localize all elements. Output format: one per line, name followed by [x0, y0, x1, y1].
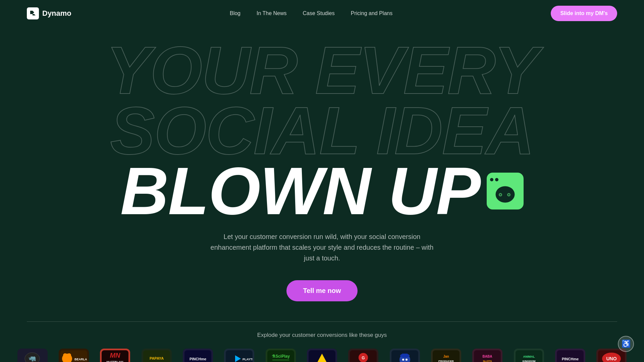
svg-rect-28 — [272, 360, 289, 360]
mascot-face — [493, 184, 517, 204]
logo-animal-kingdom: ANIMAL KINGDOM — [514, 349, 544, 362]
logos-section: Explode your customer conversions like t… — [0, 322, 644, 362]
navigation: Dynamo Blog In The News Case Studies Pri… — [0, 0, 644, 27]
mascot-dot-1 — [490, 178, 493, 181]
svg-text:MN: MN — [110, 352, 121, 359]
svg-text:KINGDOM: KINGDOM — [522, 360, 535, 362]
hero-line-3: BLOWN UP — [120, 161, 480, 221]
logo-papaya: PAPAYA GAMING — [142, 349, 172, 362]
hero-line-1: YOUR EVERY — [106, 40, 538, 101]
logo-mattel: MN MATTEL101 — [100, 349, 130, 362]
svg-text:PINCHme: PINCHme — [190, 357, 206, 361]
svg-point-40 — [402, 359, 404, 361]
logo-pinchme-2: PINCHme — [555, 349, 585, 362]
accessibility-icon: ♿ — [622, 340, 631, 348]
svg-point-3 — [500, 194, 501, 195]
svg-text:G: G — [362, 356, 365, 360]
nav-item-news[interactable]: In The News — [257, 10, 287, 16]
logo-charactoons — [390, 349, 420, 362]
svg-text:BABA: BABA — [483, 355, 492, 358]
hero-line-2: SOCIAL IDEA — [106, 101, 538, 161]
logos-strip: 🦏 BEARLAB MN MATTEL101 — [13, 349, 631, 362]
logo-icon — [27, 7, 39, 19]
nav-link-pricing[interactable]: Pricing and Plans — [351, 10, 393, 16]
hero-section: YOUR EVERY SOCIAL IDEA BLOWN UP — [0, 27, 644, 301]
hero-subtext: Let your customer conversion run wild, w… — [205, 231, 439, 263]
logos-label: Explode your customer conversions like t… — [13, 332, 631, 339]
svg-text:SLOTS: SLOTS — [483, 360, 492, 362]
tell-me-now-button[interactable]: Tell me now — [286, 280, 358, 301]
svg-point-13 — [67, 353, 71, 357]
svg-point-41 — [406, 359, 408, 361]
logo[interactable]: Dynamo — [27, 7, 71, 19]
logo-sciplay: ⚗SciPlay — [266, 349, 296, 362]
nav-links: Blog In The News Case Studies Pricing an… — [230, 10, 392, 16]
accessibility-button[interactable]: ♿ — [618, 336, 634, 352]
svg-text:PAPAYA: PAPAYA — [150, 356, 164, 360]
nav-link-blog[interactable]: Blog — [230, 10, 240, 16]
svg-text:PLAYTIKA: PLAYTIKA — [243, 358, 253, 361]
mascot-card — [487, 173, 524, 209]
svg-rect-39 — [402, 354, 408, 357]
logo-baba-slots: BABA SLOTS — [472, 349, 502, 362]
nav-item-pricing[interactable]: Pricing and Plans — [351, 10, 393, 16]
logo-gram-games: G GRAM GAMES — [348, 349, 378, 362]
logo-anatolian: Jan PRODUCER — [431, 349, 461, 362]
nav-link-case-studies[interactable]: Case Studies — [303, 10, 335, 16]
logo-playtika: PLAYTIKA — [224, 349, 254, 362]
nav-cta-button[interactable]: Slide into my DM's — [551, 6, 617, 21]
nav-link-news[interactable]: In The News — [257, 10, 287, 16]
svg-text:🦏: 🦏 — [29, 355, 36, 362]
logo-rhino: 🦏 — [17, 349, 48, 362]
hero-line-3-row: BLOWN UP — [106, 161, 538, 221]
svg-text:UNO: UNO — [606, 356, 617, 361]
svg-text:BEARLAB: BEARLAB — [74, 358, 87, 361]
svg-point-6 — [508, 194, 509, 195]
svg-text:ANIMAL: ANIMAL — [523, 355, 535, 358]
mascot-dots — [490, 178, 498, 181]
nav-item-case-studies[interactable]: Case Studies — [303, 10, 335, 16]
svg-text:Jan: Jan — [443, 355, 449, 358]
nav-item-blog[interactable]: Blog — [230, 10, 240, 16]
mascot-dot-2 — [495, 178, 498, 181]
logo-text: Dynamo — [42, 9, 71, 18]
logo-bearlab: BEARLAB — [59, 349, 89, 362]
svg-point-12 — [63, 353, 67, 357]
logo-pinchme: PINCHme — [183, 349, 213, 362]
hero-headline: YOUR EVERY SOCIAL IDEA BLOWN UP — [106, 40, 538, 221]
svg-text:⚗SciPlay: ⚗SciPlay — [272, 354, 290, 359]
svg-text:PRODUCER: PRODUCER — [438, 360, 454, 362]
svg-text:MATTEL101: MATTEL101 — [107, 360, 124, 362]
svg-text:PINCHme: PINCHme — [562, 357, 579, 361]
logo-superplay: SuperPlay — [307, 349, 337, 362]
